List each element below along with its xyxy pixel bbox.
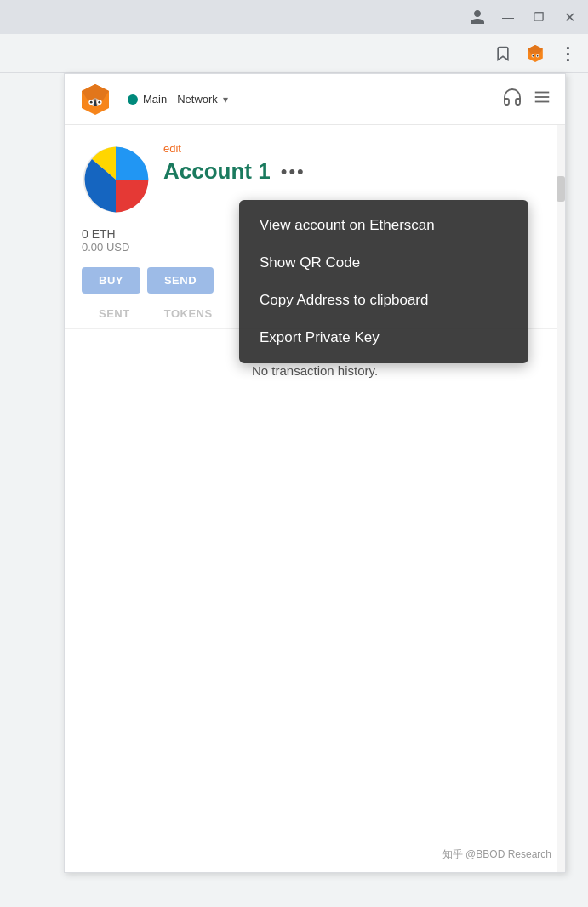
metamask-toolbar-icon[interactable] [522, 40, 549, 67]
dropdown-item-copy-address[interactable]: Copy Address to clipboard [239, 282, 528, 319]
edit-link[interactable]: edit [163, 142, 548, 155]
title-bar: — ❐ ✕ [0, 0, 588, 34]
send-button[interactable]: SEND [147, 267, 214, 294]
account-dropdown-menu: View account on Etherscan Show QR Code C… [239, 200, 528, 363]
svg-point-15 [90, 100, 93, 103]
browser-frame: — ❐ ✕ ⋮ [0, 0, 588, 907]
network-selector[interactable]: Main Network ▾ [121, 88, 235, 111]
account-more-button[interactable]: ••• [281, 161, 305, 183]
network-status-dot [128, 94, 138, 105]
network-name-line2: Network [177, 93, 218, 106]
browser-toolbar: ⋮ [0, 34, 588, 73]
close-button[interactable]: ✕ [561, 9, 578, 26]
account-icon[interactable] [469, 9, 486, 26]
extension-content: edit Account 1 ••• 0 ETH 0.00 USD BUY SE… [65, 125, 565, 872]
dropdown-item-etherscan[interactable]: View account on Etherscan [239, 207, 528, 244]
watermark: 知乎 @BBOD Research [442, 847, 551, 862]
header-icons [502, 87, 551, 111]
watermark-text: 知乎 @BBOD Research [442, 848, 551, 860]
scrollbar[interactable] [557, 125, 565, 872]
account-name-row: Account 1 ••• [163, 158, 548, 185]
scrollbar-thumb[interactable] [557, 176, 565, 202]
empty-history-text: No transaction history. [252, 363, 378, 378]
metamask-logo [78, 83, 112, 117]
browser-menu-icon[interactable]: ⋮ [554, 40, 581, 67]
network-name-line1: Main [143, 93, 167, 106]
tab-tokens[interactable]: TOKENS [147, 300, 230, 328]
support-icon[interactable] [502, 87, 522, 111]
extension-popup: Main Network ▾ [64, 73, 566, 873]
minimize-button[interactable]: — [500, 9, 517, 26]
svg-point-5 [532, 54, 534, 56]
svg-point-16 [98, 100, 100, 103]
dropdown-item-export-key[interactable]: Export Private Key [239, 319, 528, 357]
maximize-button[interactable]: ❐ [530, 9, 547, 26]
svg-point-6 [537, 54, 539, 56]
account-info: edit Account 1 ••• [150, 139, 548, 185]
buy-button[interactable]: BUY [82, 267, 140, 294]
network-chevron-icon: ▾ [223, 94, 228, 106]
bookmark-icon[interactable] [489, 40, 517, 67]
account-avatar [82, 145, 150, 214]
extension-header: Main Network ▾ [65, 74, 565, 125]
dropdown-item-qr[interactable]: Show QR Code [239, 244, 528, 282]
account-name: Account 1 [163, 158, 271, 185]
hamburger-menu-icon[interactable] [533, 88, 551, 111]
tab-sent[interactable]: SENT [82, 300, 147, 328]
